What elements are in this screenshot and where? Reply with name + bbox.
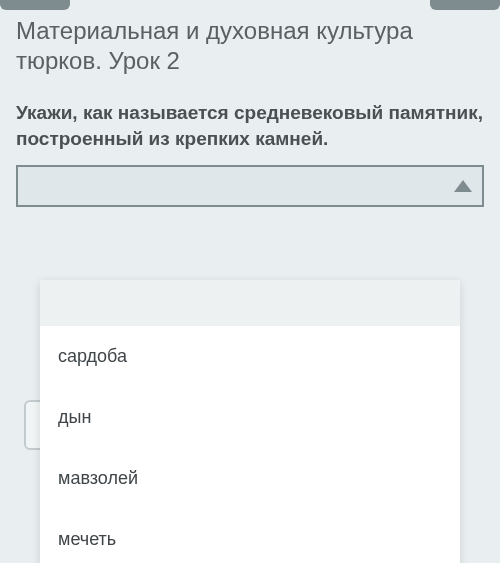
- question-prompt: Укажи, как называется средневековый памя…: [16, 100, 484, 151]
- answer-select[interactable]: [16, 165, 484, 207]
- tab-stub-right[interactable]: [430, 0, 500, 10]
- dropdown-option[interactable]: мавзолей: [40, 448, 460, 509]
- chevron-up-icon: [454, 180, 472, 192]
- dropdown-option[interactable]: сардоба: [40, 326, 460, 387]
- dropdown-option[interactable]: мечеть: [40, 509, 460, 563]
- tab-stub-left[interactable]: [0, 0, 70, 10]
- lesson-title: Материальная и духовная культура тюрков.…: [16, 16, 484, 76]
- answer-dropdown: сардоба дын мавзолей мечеть: [40, 280, 460, 563]
- dropdown-option[interactable]: дын: [40, 387, 460, 448]
- top-tab-bar: [0, 0, 500, 10]
- quiz-page: Материальная и духовная культура тюрков.…: [0, 0, 500, 563]
- dropdown-header: [40, 280, 460, 326]
